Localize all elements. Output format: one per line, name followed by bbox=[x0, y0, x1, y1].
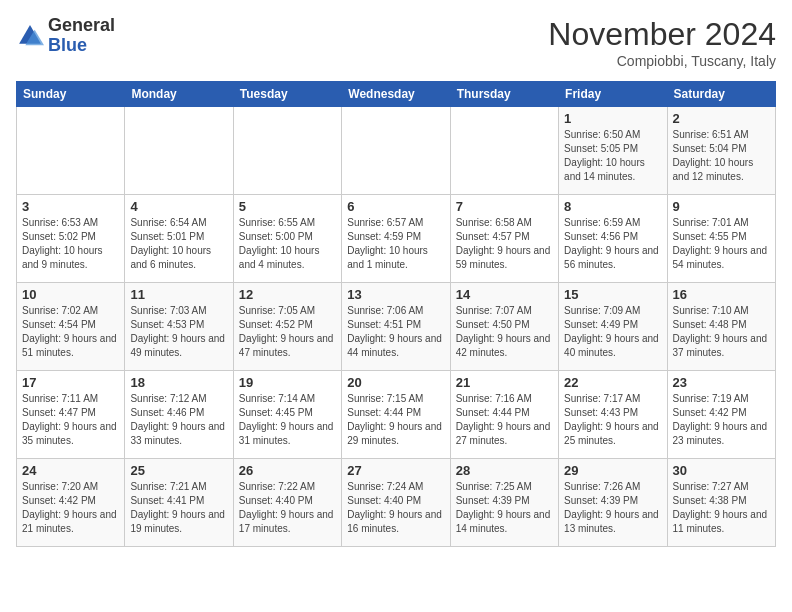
day-number: 24 bbox=[22, 463, 119, 478]
calendar-header-row: SundayMondayTuesdayWednesdayThursdayFrid… bbox=[17, 82, 776, 107]
day-info: Sunrise: 6:55 AM Sunset: 5:00 PM Dayligh… bbox=[239, 216, 336, 272]
day-number: 9 bbox=[673, 199, 770, 214]
day-number: 28 bbox=[456, 463, 553, 478]
day-number: 10 bbox=[22, 287, 119, 302]
day-info: Sunrise: 7:24 AM Sunset: 4:40 PM Dayligh… bbox=[347, 480, 444, 536]
month-title: November 2024 bbox=[548, 16, 776, 53]
calendar-cell bbox=[450, 107, 558, 195]
logo-general-text: General bbox=[48, 15, 115, 35]
calendar-cell: 8Sunrise: 6:59 AM Sunset: 4:56 PM Daylig… bbox=[559, 195, 667, 283]
calendar-cell: 14Sunrise: 7:07 AM Sunset: 4:50 PM Dayli… bbox=[450, 283, 558, 371]
day-info: Sunrise: 7:07 AM Sunset: 4:50 PM Dayligh… bbox=[456, 304, 553, 360]
location-subtitle: Compiobbi, Tuscany, Italy bbox=[548, 53, 776, 69]
calendar-cell: 24Sunrise: 7:20 AM Sunset: 4:42 PM Dayli… bbox=[17, 459, 125, 547]
day-number: 18 bbox=[130, 375, 227, 390]
calendar-cell: 4Sunrise: 6:54 AM Sunset: 5:01 PM Daylig… bbox=[125, 195, 233, 283]
calendar-cell: 9Sunrise: 7:01 AM Sunset: 4:55 PM Daylig… bbox=[667, 195, 775, 283]
day-info: Sunrise: 7:16 AM Sunset: 4:44 PM Dayligh… bbox=[456, 392, 553, 448]
day-info: Sunrise: 7:05 AM Sunset: 4:52 PM Dayligh… bbox=[239, 304, 336, 360]
day-number: 30 bbox=[673, 463, 770, 478]
logo-blue-text: Blue bbox=[48, 35, 87, 55]
calendar-cell: 28Sunrise: 7:25 AM Sunset: 4:39 PM Dayli… bbox=[450, 459, 558, 547]
calendar-cell: 19Sunrise: 7:14 AM Sunset: 4:45 PM Dayli… bbox=[233, 371, 341, 459]
day-number: 19 bbox=[239, 375, 336, 390]
day-info: Sunrise: 6:53 AM Sunset: 5:02 PM Dayligh… bbox=[22, 216, 119, 272]
day-number: 6 bbox=[347, 199, 444, 214]
day-number: 12 bbox=[239, 287, 336, 302]
calendar-cell: 25Sunrise: 7:21 AM Sunset: 4:41 PM Dayli… bbox=[125, 459, 233, 547]
calendar-cell: 12Sunrise: 7:05 AM Sunset: 4:52 PM Dayli… bbox=[233, 283, 341, 371]
day-number: 17 bbox=[22, 375, 119, 390]
calendar-cell: 20Sunrise: 7:15 AM Sunset: 4:44 PM Dayli… bbox=[342, 371, 450, 459]
title-block: November 2024 Compiobbi, Tuscany, Italy bbox=[548, 16, 776, 69]
day-info: Sunrise: 7:09 AM Sunset: 4:49 PM Dayligh… bbox=[564, 304, 661, 360]
calendar-table: SundayMondayTuesdayWednesdayThursdayFrid… bbox=[16, 81, 776, 547]
calendar-cell bbox=[17, 107, 125, 195]
calendar-cell: 2Sunrise: 6:51 AM Sunset: 5:04 PM Daylig… bbox=[667, 107, 775, 195]
day-number: 20 bbox=[347, 375, 444, 390]
calendar-week-5: 24Sunrise: 7:20 AM Sunset: 4:42 PM Dayli… bbox=[17, 459, 776, 547]
day-number: 4 bbox=[130, 199, 227, 214]
day-info: Sunrise: 7:14 AM Sunset: 4:45 PM Dayligh… bbox=[239, 392, 336, 448]
calendar-week-1: 1Sunrise: 6:50 AM Sunset: 5:05 PM Daylig… bbox=[17, 107, 776, 195]
day-number: 23 bbox=[673, 375, 770, 390]
day-info: Sunrise: 6:50 AM Sunset: 5:05 PM Dayligh… bbox=[564, 128, 661, 184]
calendar-cell: 5Sunrise: 6:55 AM Sunset: 5:00 PM Daylig… bbox=[233, 195, 341, 283]
calendar-cell: 21Sunrise: 7:16 AM Sunset: 4:44 PM Dayli… bbox=[450, 371, 558, 459]
calendar-cell: 13Sunrise: 7:06 AM Sunset: 4:51 PM Dayli… bbox=[342, 283, 450, 371]
day-info: Sunrise: 6:59 AM Sunset: 4:56 PM Dayligh… bbox=[564, 216, 661, 272]
day-info: Sunrise: 7:22 AM Sunset: 4:40 PM Dayligh… bbox=[239, 480, 336, 536]
day-info: Sunrise: 6:58 AM Sunset: 4:57 PM Dayligh… bbox=[456, 216, 553, 272]
day-number: 15 bbox=[564, 287, 661, 302]
calendar-week-4: 17Sunrise: 7:11 AM Sunset: 4:47 PM Dayli… bbox=[17, 371, 776, 459]
day-number: 22 bbox=[564, 375, 661, 390]
calendar-cell: 3Sunrise: 6:53 AM Sunset: 5:02 PM Daylig… bbox=[17, 195, 125, 283]
weekday-header-sunday: Sunday bbox=[17, 82, 125, 107]
day-info: Sunrise: 7:25 AM Sunset: 4:39 PM Dayligh… bbox=[456, 480, 553, 536]
day-info: Sunrise: 7:19 AM Sunset: 4:42 PM Dayligh… bbox=[673, 392, 770, 448]
calendar-cell bbox=[233, 107, 341, 195]
calendar-cell bbox=[125, 107, 233, 195]
day-number: 27 bbox=[347, 463, 444, 478]
weekday-header-saturday: Saturday bbox=[667, 82, 775, 107]
day-info: Sunrise: 7:21 AM Sunset: 4:41 PM Dayligh… bbox=[130, 480, 227, 536]
calendar-cell: 16Sunrise: 7:10 AM Sunset: 4:48 PM Dayli… bbox=[667, 283, 775, 371]
calendar-week-3: 10Sunrise: 7:02 AM Sunset: 4:54 PM Dayli… bbox=[17, 283, 776, 371]
day-number: 8 bbox=[564, 199, 661, 214]
calendar-cell: 6Sunrise: 6:57 AM Sunset: 4:59 PM Daylig… bbox=[342, 195, 450, 283]
weekday-header-monday: Monday bbox=[125, 82, 233, 107]
day-info: Sunrise: 7:12 AM Sunset: 4:46 PM Dayligh… bbox=[130, 392, 227, 448]
logo-icon bbox=[16, 22, 44, 50]
day-info: Sunrise: 7:15 AM Sunset: 4:44 PM Dayligh… bbox=[347, 392, 444, 448]
day-info: Sunrise: 7:01 AM Sunset: 4:55 PM Dayligh… bbox=[673, 216, 770, 272]
calendar-cell: 11Sunrise: 7:03 AM Sunset: 4:53 PM Dayli… bbox=[125, 283, 233, 371]
day-info: Sunrise: 7:11 AM Sunset: 4:47 PM Dayligh… bbox=[22, 392, 119, 448]
logo: General Blue bbox=[16, 16, 115, 56]
calendar-cell: 23Sunrise: 7:19 AM Sunset: 4:42 PM Dayli… bbox=[667, 371, 775, 459]
calendar-cell: 1Sunrise: 6:50 AM Sunset: 5:05 PM Daylig… bbox=[559, 107, 667, 195]
weekday-header-thursday: Thursday bbox=[450, 82, 558, 107]
day-number: 3 bbox=[22, 199, 119, 214]
day-number: 29 bbox=[564, 463, 661, 478]
calendar-cell: 27Sunrise: 7:24 AM Sunset: 4:40 PM Dayli… bbox=[342, 459, 450, 547]
day-number: 26 bbox=[239, 463, 336, 478]
day-number: 21 bbox=[456, 375, 553, 390]
day-info: Sunrise: 7:27 AM Sunset: 4:38 PM Dayligh… bbox=[673, 480, 770, 536]
calendar-cell: 30Sunrise: 7:27 AM Sunset: 4:38 PM Dayli… bbox=[667, 459, 775, 547]
calendar-cell: 29Sunrise: 7:26 AM Sunset: 4:39 PM Dayli… bbox=[559, 459, 667, 547]
calendar-cell: 18Sunrise: 7:12 AM Sunset: 4:46 PM Dayli… bbox=[125, 371, 233, 459]
calendar-cell: 10Sunrise: 7:02 AM Sunset: 4:54 PM Dayli… bbox=[17, 283, 125, 371]
calendar-cell bbox=[342, 107, 450, 195]
day-info: Sunrise: 6:51 AM Sunset: 5:04 PM Dayligh… bbox=[673, 128, 770, 184]
day-number: 2 bbox=[673, 111, 770, 126]
calendar-week-2: 3Sunrise: 6:53 AM Sunset: 5:02 PM Daylig… bbox=[17, 195, 776, 283]
day-info: Sunrise: 7:26 AM Sunset: 4:39 PM Dayligh… bbox=[564, 480, 661, 536]
day-number: 14 bbox=[456, 287, 553, 302]
calendar-cell: 7Sunrise: 6:58 AM Sunset: 4:57 PM Daylig… bbox=[450, 195, 558, 283]
day-info: Sunrise: 7:17 AM Sunset: 4:43 PM Dayligh… bbox=[564, 392, 661, 448]
day-info: Sunrise: 6:54 AM Sunset: 5:01 PM Dayligh… bbox=[130, 216, 227, 272]
day-number: 1 bbox=[564, 111, 661, 126]
day-info: Sunrise: 7:10 AM Sunset: 4:48 PM Dayligh… bbox=[673, 304, 770, 360]
weekday-header-wednesday: Wednesday bbox=[342, 82, 450, 107]
calendar-cell: 26Sunrise: 7:22 AM Sunset: 4:40 PM Dayli… bbox=[233, 459, 341, 547]
